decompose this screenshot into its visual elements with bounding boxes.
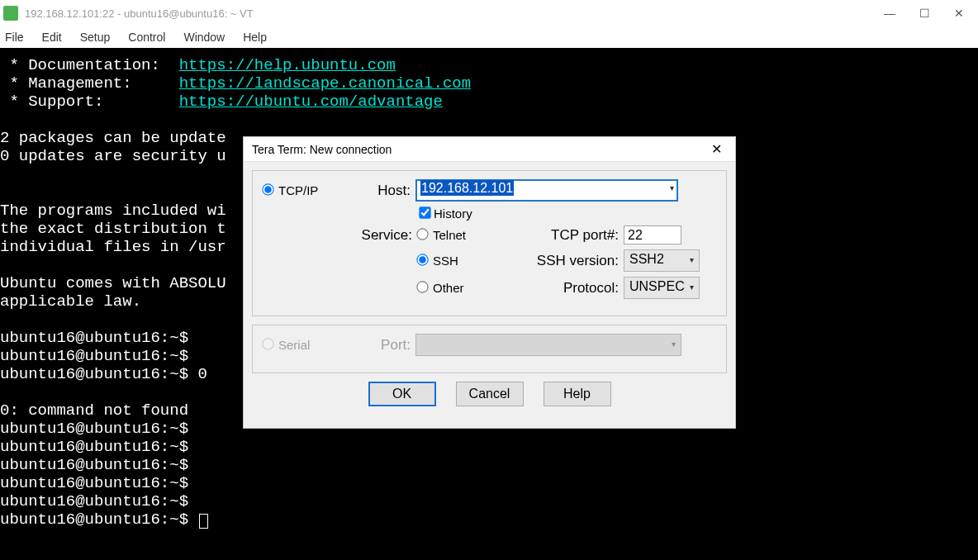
host-combobox[interactable]: 192.168.12.101 ▾ bbox=[415, 179, 678, 202]
link-advantage[interactable]: https://ubuntu.com/advantage bbox=[179, 93, 443, 111]
new-connection-dialog: Tera Term: New connection ✕ TCP/IP Host:… bbox=[243, 136, 736, 429]
term-doc-label: * Documentation: bbox=[0, 56, 179, 74]
radio-other[interactable]: Other bbox=[417, 281, 464, 295]
minimize-button[interactable]: — bbox=[884, 7, 895, 19]
host-label: Host: bbox=[370, 183, 415, 199]
protocol-label: Protocol: bbox=[516, 280, 624, 297]
term-prompt: ubuntu16@ubuntu16:~$ bbox=[0, 347, 188, 365]
radio-telnet-input[interactable] bbox=[416, 228, 428, 240]
menu-help[interactable]: Help bbox=[241, 29, 268, 45]
cancel-button[interactable]: Cancel bbox=[456, 382, 524, 406]
chevron-down-icon: ▾ bbox=[672, 339, 676, 349]
ok-button[interactable]: OK bbox=[368, 382, 436, 406]
window-title: 192.168.12.101:22 - ubuntu16@ubuntu16: ~… bbox=[25, 7, 884, 20]
term-prompt: ubuntu16@ubuntu16:~$ bbox=[0, 474, 188, 492]
tcpport-input[interactable] bbox=[624, 225, 681, 244]
term-line: 0: command not found bbox=[0, 401, 188, 420]
sshversion-label: SSH version: bbox=[491, 253, 624, 269]
radio-tcpip[interactable]: TCP/IP bbox=[263, 183, 318, 197]
help-button[interactable]: Help bbox=[544, 382, 611, 406]
term-line: individual files in /usr bbox=[0, 238, 226, 256]
dialog-title: Tera Term: New connection bbox=[252, 143, 706, 156]
radio-serial[interactable]: Serial bbox=[263, 338, 310, 352]
sshversion-select[interactable]: SSH2 ▾ bbox=[624, 249, 700, 272]
radio-ssh[interactable]: SSH bbox=[417, 254, 458, 268]
term-prompt: ubuntu16@ubuntu16:~$ bbox=[0, 329, 188, 347]
dialog-titlebar: Tera Term: New connection ✕ bbox=[244, 137, 735, 162]
tcpport-label: TCP port#: bbox=[525, 227, 624, 244]
service-label: Service: bbox=[263, 227, 417, 244]
menu-edit[interactable]: Edit bbox=[40, 29, 64, 45]
menu-control[interactable]: Control bbox=[126, 29, 167, 45]
app-icon bbox=[3, 6, 18, 21]
menu-setup[interactable]: Setup bbox=[78, 29, 112, 45]
radio-tcpip-input[interactable] bbox=[262, 183, 273, 195]
menu-window[interactable]: Window bbox=[182, 29, 226, 45]
menubar: File Edit Setup Control Window Help bbox=[0, 26, 978, 48]
term-prompt: ubuntu16@ubuntu16:~$ bbox=[0, 456, 188, 474]
term-prompt: ubuntu16@ubuntu16:~$ bbox=[0, 438, 188, 456]
maximize-button[interactable]: ☐ bbox=[919, 7, 930, 19]
history-checkbox-input[interactable] bbox=[419, 206, 430, 218]
term-line: Ubuntu comes with ABSOLU bbox=[0, 274, 226, 292]
protocol-select[interactable]: UNSPEC ▾ bbox=[624, 277, 700, 299]
term-prompt: ubuntu16@ubuntu16:~$ bbox=[0, 492, 188, 510]
port-label: Port: bbox=[370, 337, 415, 354]
menu-file[interactable]: File bbox=[3, 29, 26, 45]
serial-port-select: ▾ bbox=[415, 334, 681, 356]
term-prompt: ubuntu16@ubuntu16:~$ bbox=[0, 420, 188, 438]
term-line: the exact distribution t bbox=[0, 220, 226, 238]
window-titlebar: 192.168.12.101:22 - ubuntu16@ubuntu16: ~… bbox=[0, 0, 978, 26]
close-button[interactable]: ✕ bbox=[953, 7, 965, 19]
term-sup-label: * Support: bbox=[0, 93, 179, 111]
radio-ssh-input[interactable] bbox=[416, 254, 428, 265]
term-prompt: ubuntu16@ubuntu16:~$ bbox=[0, 510, 188, 529]
radio-telnet[interactable]: Telnet bbox=[417, 228, 466, 242]
link-help-ubuntu[interactable]: https://help.ubuntu.com bbox=[179, 56, 396, 74]
term-line: applicable law. bbox=[0, 292, 141, 311]
cursor-icon bbox=[199, 514, 208, 529]
link-landscape[interactable]: https://landscape.canonical.com bbox=[179, 74, 471, 93]
radio-other-input[interactable] bbox=[416, 281, 428, 292]
chevron-down-icon[interactable]: ▾ bbox=[690, 255, 694, 264]
history-checkbox[interactable]: History bbox=[420, 206, 472, 221]
chevron-down-icon[interactable]: ▾ bbox=[670, 183, 674, 192]
term-mgmt-label: * Management: bbox=[0, 74, 179, 93]
radio-serial-input bbox=[262, 338, 273, 349]
term-prompt: ubuntu16@ubuntu16:~$ 0 bbox=[0, 365, 207, 383]
serial-group: Serial Port: ▾ bbox=[252, 325, 727, 373]
term-line: 2 packages can be update bbox=[0, 129, 226, 147]
host-value: 192.168.12.101 bbox=[420, 180, 514, 196]
dialog-close-button[interactable]: ✕ bbox=[706, 141, 727, 157]
tcpip-group: TCP/IP Host: 192.168.12.101 ▾ History Se… bbox=[252, 170, 727, 316]
chevron-down-icon[interactable]: ▾ bbox=[690, 282, 694, 292]
term-line: The programs included wi bbox=[0, 202, 226, 220]
term-line: 0 updates are security u bbox=[0, 147, 226, 165]
